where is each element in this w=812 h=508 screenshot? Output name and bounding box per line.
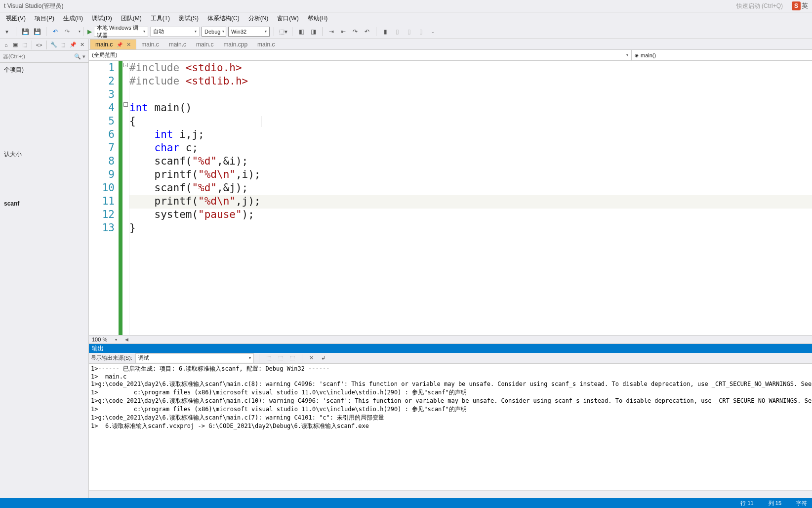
menu-item[interactable]: 视图(V) — [2, 13, 30, 24]
sidebar-search[interactable]: 器(Ctrl+;) 🔍 ▾ — [0, 51, 88, 63]
output-scrollbar[interactable] — [89, 490, 812, 498]
tab-label: main.cpp — [223, 41, 247, 48]
code-content[interactable]: #include <stdio.h>#include <stdlib.h>int… — [129, 61, 812, 335]
line-number: 13 — [89, 222, 115, 235]
line-number: 8 — [89, 155, 115, 169]
undo-icon[interactable]: ↶ — [50, 27, 60, 37]
menubar: 视图(V)项目(P)生成(B)调试(D)团队(M)工具(T)测试(S)体系结构(… — [0, 12, 812, 24]
goto-prev-icon[interactable]: ⬚ — [276, 354, 285, 363]
close-panel-icon[interactable]: ✕ — [78, 41, 86, 49]
mode-dropdown[interactable]: 自动 — [150, 27, 200, 37]
code-line[interactable]: } — [129, 222, 812, 235]
code-line[interactable]: scanf("%d",&j); — [129, 182, 812, 195]
menu-item[interactable]: 工具(T) — [147, 13, 174, 24]
code-editor[interactable]: 12345678910111213 - - #include <stdio.h>… — [89, 61, 812, 335]
more-icon[interactable]: ⌵ — [428, 27, 438, 37]
find-icon[interactable]: ⬚ — [264, 354, 273, 363]
pin-icon[interactable]: 📌 — [69, 41, 78, 49]
code-line[interactable]: system("pause"); — [129, 209, 812, 222]
clear-all-icon[interactable]: ✕ — [307, 354, 316, 363]
menu-item[interactable]: 体系结构(C) — [203, 13, 244, 24]
platform-dropdown[interactable]: Win32 — [228, 27, 270, 37]
step-out-icon[interactable]: ↶ — [362, 27, 372, 37]
menu-item[interactable]: 生成(B) — [59, 13, 87, 24]
menu-item[interactable]: 项目(P) — [31, 13, 58, 24]
home-icon[interactable]: ⌂ — [2, 41, 10, 49]
code-line[interactable]: int main() — [129, 102, 812, 115]
search-placeholder: 器(Ctrl+;) — [3, 53, 25, 60]
menu-item[interactable]: 帮助(H) — [304, 13, 332, 24]
tab[interactable]: main.c — [191, 39, 218, 49]
indent-in-icon[interactable]: ⇥ — [326, 27, 336, 37]
output-title[interactable]: 输出 — [89, 344, 812, 353]
next-icon[interactable]: ▯ — [404, 27, 414, 37]
ime-indicator[interactable]: S 英 — [792, 1, 808, 10]
output-source-dropdown[interactable]: 调试 — [135, 353, 254, 363]
code-line[interactable]: scanf("%d",&i); — [129, 155, 812, 169]
tab[interactable]: main.c — [136, 39, 163, 49]
step-over-icon[interactable]: ↷ — [350, 27, 360, 37]
output-body[interactable]: 1>------ 已启动生成: 项目: 6.读取标准输入scanf, 配置: D… — [89, 364, 812, 490]
zoom-dropdown-icon[interactable]: ▾ — [111, 335, 121, 344]
indent-out-icon[interactable]: ⇤ — [338, 27, 348, 37]
show-all-icon[interactable]: ⬚ — [20, 41, 29, 49]
code-line[interactable]: printf("%d\n",i); — [129, 169, 812, 182]
code-line[interactable]: #include <stdlib.h> — [129, 75, 812, 88]
pin-icon[interactable]: 📌 — [117, 42, 122, 47]
member-dropdown[interactable]: ◉ main() — [632, 50, 812, 60]
config-dropdown[interactable]: Debug — [202, 27, 226, 37]
scroll-left-icon[interactable]: ◀ — [125, 337, 128, 342]
clear-icon[interactable]: ▯ — [416, 27, 426, 37]
goto-next-icon[interactable]: ⬚ — [288, 354, 297, 363]
nav-bar: (全局范围) ▾ ◉ main() — [89, 50, 812, 61]
menu-item[interactable]: 团队(M) — [117, 13, 146, 24]
tab[interactable]: main.cpp — [218, 39, 252, 49]
wrench-icon[interactable]: 🔧 — [49, 41, 58, 49]
zoom-label[interactable]: 100 % — [92, 337, 107, 342]
prev-icon[interactable]: ▯ — [392, 27, 402, 37]
quick-launch[interactable]: 快速启动 (Ctrl+Q) — [736, 2, 783, 10]
line-number: 7 — [89, 142, 115, 155]
save-icon[interactable]: 💾 — [20, 27, 30, 37]
scope-dropdown[interactable]: (全局范围) ▾ — [89, 50, 632, 60]
comment-icon[interactable]: ◧ — [296, 27, 306, 37]
menu-item[interactable]: 测试(S) — [175, 13, 203, 24]
tree-root[interactable]: 个项目) — [2, 65, 86, 75]
step-icon[interactable]: ⬚▾ — [278, 27, 288, 37]
tree-item[interactable]: 认大小 — [2, 149, 86, 160]
fold-icon[interactable]: - — [123, 102, 128, 107]
word-wrap-icon[interactable]: ↲ — [319, 354, 328, 363]
refresh-icon[interactable]: ▣ — [11, 41, 20, 49]
redo-dropdown[interactable] — [74, 27, 79, 37]
bookmark-icon[interactable]: ▮ — [380, 27, 390, 37]
code-line[interactable]: { — [129, 115, 812, 128]
tree-item-scanf[interactable]: scanf — [2, 199, 86, 208]
save-all-icon[interactable]: 💾 — [32, 27, 42, 37]
line-number: 3 — [89, 88, 115, 102]
outline-bar[interactable]: - - — [122, 61, 129, 335]
redo-icon[interactable]: ↷ — [62, 27, 72, 37]
uncomment-icon[interactable]: ◨ — [308, 27, 318, 37]
new-window-icon[interactable]: ▾ — [2, 27, 12, 37]
property-icon[interactable]: ⬚ — [59, 41, 67, 49]
member-label: main() — [641, 52, 656, 58]
status-col: 列 15 — [769, 500, 781, 507]
solution-explorer: ⌂ ▣ ⬚ <> 🔧 ⬚ 📌 ✕ 器(Ctrl+;) 🔍 ▾ 个项目) 认大小 … — [0, 39, 89, 498]
tab[interactable]: main.c — [252, 39, 280, 49]
close-icon[interactable]: ✕ — [126, 42, 131, 48]
fold-icon[interactable]: - — [123, 63, 128, 67]
debug-target-dropdown[interactable]: 本地 Windows 调试器 — [94, 27, 148, 37]
tab[interactable]: main.c📌✕ — [90, 39, 136, 49]
code-line[interactable]: char c; — [129, 142, 812, 155]
code-line[interactable]: #include <stdio.h> — [129, 62, 812, 75]
code-line[interactable] — [129, 88, 812, 102]
line-number: 11 — [89, 195, 115, 209]
menu-item[interactable]: 窗口(W) — [273, 13, 302, 24]
code-line[interactable]: int i,j; — [129, 128, 812, 142]
code-line[interactable]: printf("%d\n",j); — [129, 195, 812, 209]
code-icon[interactable]: <> — [35, 41, 43, 49]
menu-item[interactable]: 调试(D) — [88, 13, 116, 24]
menu-item[interactable]: 分析(N) — [244, 13, 273, 24]
tab[interactable]: main.c — [164, 39, 191, 49]
window-title: t Visual Studio(管理员) — [4, 2, 64, 10]
